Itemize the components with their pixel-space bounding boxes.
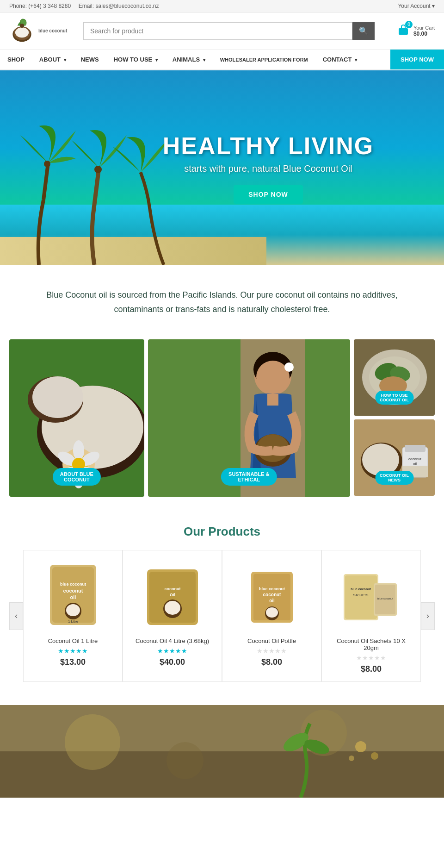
top-bar: Phone: (+64) 3 348 8280 Email: sales@blu… (0, 0, 444, 12)
news-card[interactable]: coconut oil COCONUT OILNEWS (354, 419, 435, 496)
product-image-3: blue coconut coconut oil (230, 558, 314, 632)
svg-text:SACHETS: SACHETS (353, 593, 368, 597)
product-card[interactable]: blue coconut SACHETS blue coconut Coconu… (321, 550, 421, 682)
svg-point-78 (166, 742, 204, 779)
product-image-4: blue coconut SACHETS blue coconut (329, 558, 413, 632)
svg-text:coconut: coconut (164, 587, 180, 591)
cart-icon-wrap: 0 (397, 24, 410, 38)
carousel-prev[interactable]: ‹ (9, 602, 23, 630)
hero-banner: HEALTHY LIVING starts with pure, natural… (0, 70, 444, 265)
nav-contact[interactable]: CONTACT ▾ (315, 50, 364, 69)
how-to-use-card[interactable]: HOW TO USECOCONUT OIL (354, 339, 435, 416)
svg-point-84 (349, 756, 354, 761)
carousel-next[interactable]: › (421, 602, 435, 630)
product-stars-2: ★★★★★ (130, 647, 214, 655)
about-label: ABOUT BLUECOCONUT (53, 468, 101, 486)
svg-text:blue coconut: blue coconut (377, 597, 393, 600)
svg-text:blue coconut: blue coconut (351, 587, 371, 591)
nav-about[interactable]: ABOUT ▾ (32, 50, 74, 69)
search-button[interactable]: 🔍 (352, 22, 375, 40)
svg-text:oil: oil (269, 598, 275, 603)
svg-point-5 (44, 161, 50, 167)
product-image-1: blue coconut coconut oil 1 Litre (31, 558, 115, 632)
search-area: 🔍 (83, 22, 375, 40)
phone-text: Phone: (+64) 3 348 8280 (9, 3, 71, 9)
news-label: COCONUT OILNEWS (375, 471, 413, 485)
about-text-section: Blue Coconut oil is sourced from the Pac… (0, 265, 444, 339)
hero-subtitle: starts with pure, natural Blue Coconut O… (163, 163, 374, 174)
product-price-4: $8.00 (329, 664, 413, 674)
svg-point-2 (15, 27, 29, 37)
product-stars-3: ★★★★★ (230, 647, 314, 655)
navigation: SHOP ABOUT ▾ NEWS HOW TO USE ▾ ANIMALS ▾… (0, 50, 444, 70)
svg-text:Oil: Oil (169, 593, 175, 597)
nav-animals[interactable]: ANIMALS ▾ (165, 50, 213, 69)
nav-how-to-use[interactable]: HOW TO USE ▾ (106, 50, 165, 69)
logo-icon (9, 18, 35, 44)
cart-text: Your Cart $0.00 (413, 25, 435, 37)
svg-point-26 (256, 361, 290, 394)
products-carousel: ‹ blue coconut coconut oil 1 Litre (9, 550, 435, 682)
svg-point-82 (355, 741, 366, 752)
svg-rect-4 (399, 28, 408, 35)
nav-shop-now[interactable]: SHOP NOW (390, 50, 444, 69)
product-name-4: Coconut Oil Sachets 10 X 20gm (329, 637, 413, 651)
product-card[interactable]: blue coconut coconut oil 1 Litre Coconut… (23, 550, 123, 682)
svg-point-27 (284, 362, 294, 372)
product-name-3: Coconut Oil Pottle (230, 637, 314, 644)
svg-text:1 Litre: 1 Litre (68, 619, 78, 624)
product-price-3: $8.00 (230, 657, 314, 667)
svg-point-77 (65, 714, 120, 770)
svg-point-60 (165, 601, 180, 615)
product-stars-1: ★★★★★ (31, 647, 115, 655)
svg-text:blue coconut: blue coconut (259, 587, 285, 591)
svg-text:coconut: coconut (63, 588, 83, 593)
svg-point-83 (371, 752, 378, 760)
right-column: HOW TO USECOCONUT OIL coconut oil COCONU… (354, 339, 435, 497)
products-title: Our Products (9, 525, 435, 539)
search-input[interactable] (83, 22, 352, 40)
product-name-1: Coconut Oil 1 Litre (31, 637, 115, 644)
nav-wholesaler[interactable]: WHOLESALER APPLICATION FORM (213, 50, 315, 69)
product-price-2: $40.00 (130, 657, 214, 667)
hero-content: HEALTHY LIVING starts with pure, natural… (163, 132, 374, 204)
svg-text:oil: oil (70, 594, 76, 600)
nav-news[interactable]: NEWS (74, 50, 106, 69)
header: blue coconut 🔍 0 Your Cart $0.00 (0, 12, 444, 50)
svg-point-6 (94, 166, 102, 173)
contact-info: Phone: (+64) 3 348 8280 Email: sales@blu… (9, 3, 159, 9)
logo-text: blue coconut (38, 28, 67, 34)
product-card[interactable]: coconut Oil Coconut Oil 4 Litre (3.68kg)… (123, 550, 222, 682)
svg-point-67 (266, 607, 278, 618)
products-grid: blue coconut coconut oil 1 Litre Coconut… (23, 550, 421, 682)
cart-badge: 0 (405, 21, 413, 28)
image-grid: ABOUT BLUECOCONUT SUSTAINABLE (0, 339, 444, 511)
sustainable-card[interactable]: SUSTAINABLE &ETHICAL (148, 339, 350, 497)
hero-shop-button[interactable]: SHOP NOW (234, 185, 303, 204)
product-price-1: $13.00 (31, 657, 115, 667)
product-card[interactable]: blue coconut coconut oil Coconut Oil Pot… (222, 550, 321, 682)
account-link[interactable]: Your Account ▾ (398, 3, 435, 9)
about-coconut-card[interactable]: ABOUT BLUECOCONUT (9, 339, 144, 497)
sustainable-label: SUSTAINABLE &ETHICAL (221, 468, 277, 486)
product-stars-4: ★★★★★ (329, 654, 413, 662)
nav-shop[interactable]: SHOP (0, 50, 32, 69)
svg-text:blue coconut: blue coconut (60, 582, 86, 587)
product-image-2: coconut Oil (130, 558, 214, 632)
bottom-section (0, 705, 444, 798)
svg-rect-69 (345, 575, 377, 619)
svg-point-3 (20, 24, 24, 28)
products-section: Our Products ‹ blue coconut coconut oil … (0, 511, 444, 696)
svg-rect-30 (267, 394, 278, 406)
email-text: Email: sales@bluecoconut.co.nz (79, 3, 159, 9)
svg-point-53 (66, 604, 80, 616)
logo[interactable]: blue coconut (9, 18, 69, 44)
hero-title: HEALTHY LIVING (163, 132, 374, 160)
product-name-2: Coconut Oil 4 Litre (3.68kg) (130, 637, 214, 644)
svg-text:coconut: coconut (263, 592, 281, 597)
cart-area[interactable]: 0 Your Cart $0.00 (388, 24, 435, 38)
about-description: Blue Coconut oil is sourced from the Pac… (37, 288, 407, 316)
bottom-image (0, 705, 444, 798)
how-to-use-label: HOW TO USECOCONUT OIL (375, 391, 413, 405)
